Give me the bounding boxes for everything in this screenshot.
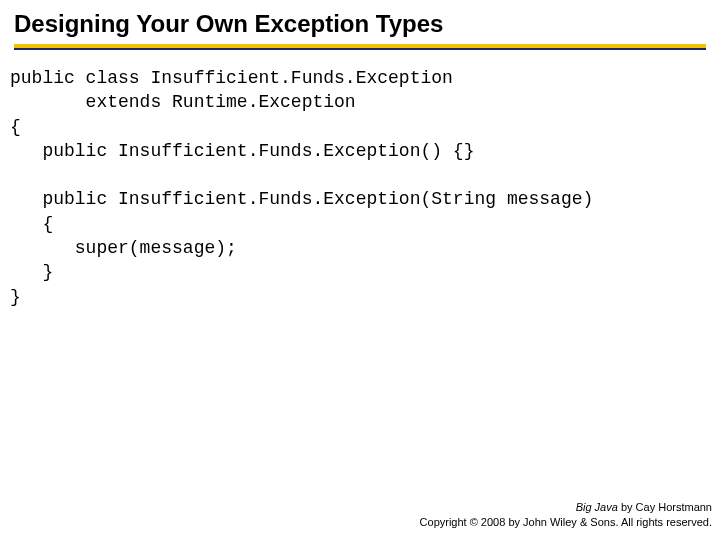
footer-copyright: Copyright © 2008 by John Wiley & Sons. A… <box>420 515 712 530</box>
code-line: public class Insufficient.Funds.Exceptio… <box>10 68 453 88</box>
code-line: public Insufficient.Funds.Exception(Stri… <box>10 189 593 209</box>
code-line: } <box>10 262 53 282</box>
footer-line-1: Big Java by Cay Horstmann <box>420 500 712 515</box>
book-title: Big Java <box>576 501 618 513</box>
code-line: { <box>10 214 53 234</box>
slide-title: Designing Your Own Exception Types <box>14 10 706 42</box>
byline: by Cay Horstmann <box>618 501 712 513</box>
code-block: public class Insufficient.Funds.Exceptio… <box>0 50 720 309</box>
footer: Big Java by Cay Horstmann Copyright © 20… <box>420 500 712 530</box>
code-line: public Insufficient.Funds.Exception() {} <box>10 141 474 161</box>
code-line: { <box>10 117 21 137</box>
code-line: extends Runtime.Exception <box>10 92 356 112</box>
code-line: } <box>10 287 21 307</box>
code-line: super(message); <box>10 238 237 258</box>
slide: { "heading": "Designing Your Own Excepti… <box>0 0 720 540</box>
heading-area: Designing Your Own Exception Types <box>0 0 720 50</box>
